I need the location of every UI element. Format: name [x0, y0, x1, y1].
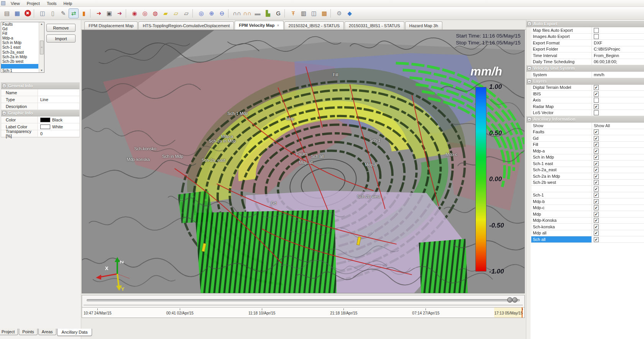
property-row[interactable]: Transparency [%] 0	[1, 130, 79, 137]
document-tab[interactable]: HTS-TopplingRegion-ComulativeDisplacemen…	[138, 21, 234, 29]
property-row[interactable]: Color Black	[1, 116, 79, 123]
settings-value[interactable]	[599, 34, 644, 40]
section-header[interactable]: Layers	[526, 78, 644, 85]
save-icon[interactable]: ▦	[12, 8, 22, 18]
radar-device-icon[interactable]: ▣	[104, 8, 114, 18]
checkbox[interactable]	[594, 187, 599, 192]
settings-row[interactable]: Sch-1 east	[531, 160, 644, 167]
settings-row[interactable]: Radar Map	[531, 103, 644, 110]
swap-views-icon[interactable]: ⇄	[69, 8, 79, 18]
toolbar-separator[interactable]	[90, 9, 93, 18]
toolbar-separator[interactable]	[192, 9, 195, 18]
settings-row[interactable]: Sch-1	[531, 192, 644, 199]
settings-row[interactable]: Sch-konska	[531, 224, 644, 230]
settings-value[interactable]	[599, 148, 644, 154]
edit-area-icon[interactable]: ▱	[171, 8, 181, 18]
settings-row[interactable]: Sch-2a_east	[531, 167, 644, 174]
timeline-handle-start[interactable]	[507, 297, 513, 303]
collapse-icon[interactable]	[527, 79, 531, 83]
property-value[interactable]: White	[38, 123, 79, 130]
timeline-handle-end[interactable]	[512, 297, 518, 303]
settings-value[interactable]: C:\IBIS\Projec	[592, 46, 644, 52]
settings-value[interactable]	[599, 173, 644, 179]
checkbox[interactable]	[594, 149, 599, 154]
find-point-icon[interactable]: ◎	[140, 8, 150, 18]
add-point-icon[interactable]: ◉	[130, 8, 140, 18]
map-viewport[interactable]: FillSch-1 MdpMdpMdp-aSch-2a in MdpSch-1S…	[82, 30, 525, 293]
settings-row[interactable]: Export Folder C:\IBIS\Projec	[531, 46, 644, 53]
checkbox[interactable]	[594, 167, 599, 172]
checkbox[interactable]	[594, 218, 599, 223]
checkbox[interactable]	[594, 98, 599, 103]
list-scrollbar[interactable]	[39, 22, 44, 72]
property-value[interactable]	[38, 89, 79, 96]
checkbox[interactable]	[594, 155, 599, 160]
settings-value[interactable]	[599, 211, 644, 217]
clipboard-icon[interactable]: ▯	[48, 8, 58, 18]
settings-value[interactable]	[599, 154, 644, 160]
settings-row[interactable]: Fill	[531, 142, 644, 148]
chart-icon[interactable]: ▙	[263, 8, 273, 18]
ancillary-layer-list[interactable]: FaultsGdFillMdp-aSch in MdpSch-1 eastSch…	[1, 22, 44, 73]
checkbox[interactable]	[594, 224, 599, 229]
settings-row[interactable]	[531, 186, 644, 192]
close-icon[interactable]: ✖	[23, 8, 33, 18]
settings-row[interactable]: Digital Terrain Model	[531, 85, 644, 91]
checkbox[interactable]	[594, 205, 599, 210]
settings-row[interactable]: Mdp all	[531, 230, 644, 237]
section-header[interactable]: Graphic Info	[1, 110, 79, 116]
settings-row[interactable]: Mdp	[531, 211, 644, 218]
checkbox[interactable]	[594, 136, 599, 141]
checkbox[interactable]	[594, 174, 599, 179]
help-diamond-icon[interactable]: ◆	[345, 8, 355, 18]
settings-row[interactable]: Faults	[531, 129, 644, 136]
property-value[interactable]: Black	[38, 116, 79, 123]
binoculars-icon[interactable]: ∩∩	[232, 8, 242, 18]
settings-value[interactable]	[599, 236, 644, 242]
settings-row[interactable]: Sch in Mdp	[531, 154, 644, 161]
remove-button[interactable]: Remove	[46, 24, 76, 32]
collapse-icon[interactable]	[527, 22, 531, 26]
checkbox[interactable]	[594, 237, 599, 242]
area-outline-icon[interactable]: ▱	[181, 8, 191, 18]
settings-row[interactable]: Time Interval From_Beginn	[531, 52, 644, 59]
layer-list-item[interactable]: Mdp-a	[1, 36, 38, 41]
timeline-track-secondary[interactable]	[84, 305, 523, 306]
print-preview-icon[interactable]: ◫	[38, 8, 48, 18]
zoom-out-icon[interactable]: ⊖	[217, 8, 227, 18]
timeline-ruler[interactable]: 10:47 24/Mar/1500:41 02/Apr/1511:18 10/A…	[82, 307, 524, 318]
layer-list-item[interactable]: Sch-1 east	[1, 45, 38, 50]
checkbox[interactable]	[594, 193, 599, 198]
tab-close-icon[interactable]: ×	[277, 23, 279, 28]
settings-wrench-icon[interactable]: ⚙	[334, 8, 344, 18]
settings-value[interactable]	[599, 135, 644, 141]
settings-value[interactable]	[599, 129, 644, 135]
layer-list-item[interactable]: Sch-1	[1, 69, 38, 73]
eraser-icon[interactable]: ▬	[253, 8, 263, 18]
settings-row[interactable]: Export Format DXF	[531, 40, 644, 46]
settings-value[interactable]	[599, 205, 644, 211]
checkbox[interactable]	[594, 180, 599, 185]
property-value[interactable]: Line	[38, 96, 79, 103]
section-header[interactable]: Ancillary Information	[526, 116, 644, 123]
property-row[interactable]: Name	[1, 89, 79, 96]
settings-value[interactable]	[599, 91, 644, 97]
settings-row[interactable]: Map files Auto Export	[531, 27, 644, 34]
settings-value[interactable]	[599, 167, 644, 173]
bottom-tab[interactable]: Project	[0, 329, 18, 335]
bottom-tab[interactable]: Points	[19, 329, 38, 335]
scroll-up-icon[interactable]	[40, 23, 43, 26]
checkbox[interactable]	[594, 34, 599, 39]
layer-list-item[interactable]	[1, 64, 38, 69]
select-g-icon[interactable]: G	[273, 8, 283, 18]
settings-value[interactable]	[599, 224, 644, 230]
settings-value[interactable]	[599, 103, 644, 110]
toolbar-separator[interactable]	[34, 9, 36, 18]
collapse-icon[interactable]	[527, 117, 531, 121]
settings-row[interactable]: Mdp-c	[531, 205, 644, 211]
menu-item[interactable]: View	[7, 0, 23, 7]
time-cursor[interactable]	[522, 307, 522, 318]
zoom-select-icon[interactable]: ◎	[196, 8, 206, 18]
settings-row[interactable]: Mdp-a	[531, 148, 644, 154]
export-map-icon[interactable]: ➜	[94, 8, 104, 18]
